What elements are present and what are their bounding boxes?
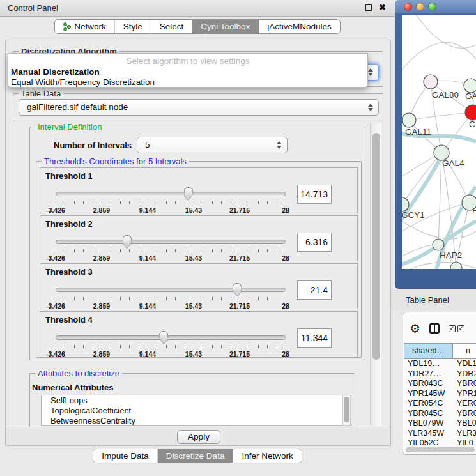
algorithm-option-equal-width-frequency-discretization[interactable]: Equal Width/Frequency Discretization (8, 77, 367, 88)
tab-style[interactable]: Style (115, 20, 151, 33)
cell-name: YPR1 (453, 389, 476, 399)
slider-tick-labels: -3.4262.8599.14415.4321.71528 (56, 350, 286, 358)
tick-label: 21.715 (229, 206, 250, 214)
threshold-value-field[interactable]: 6.316 (297, 233, 332, 252)
threshold-slider[interactable] (56, 187, 286, 201)
slider-track[interactable] (56, 288, 286, 292)
tab-cyni-toolbox[interactable]: Cyni Toolbox (192, 20, 259, 33)
table-row[interactable]: YBL079WYBL0 (404, 418, 476, 429)
slider-track[interactable] (56, 240, 286, 244)
network-node[interactable] (424, 75, 438, 89)
tab-jactivemnodules[interactable]: jActiveMNodules (259, 20, 340, 33)
threshold-slider[interactable] (56, 283, 286, 297)
network-window: GAL80GACGAL11GAL4GCY1HHAP2 (395, 0, 476, 289)
tick-label: 21.715 (229, 302, 250, 310)
cell-shared-name: YDR27… (404, 369, 453, 380)
threshold-row-4: Threshold 4-3.4262.8599.14415.4321.71528… (40, 311, 358, 357)
threshold-value-field[interactable]: 14.713 (297, 185, 332, 204)
threshold-value-field[interactable]: 21.4 (297, 280, 332, 300)
network-node[interactable] (433, 239, 444, 250)
apply-button[interactable]: Apply (177, 430, 220, 444)
network-edge (417, 15, 476, 48)
tab-discretize-data[interactable]: Discretize Data (158, 449, 234, 463)
table-row[interactable]: YDL19…YDL1 (404, 359, 476, 369)
table-row[interactable]: YBR043CYBR0 (404, 379, 476, 389)
table-row[interactable]: YBR045CYBR0 (404, 409, 476, 419)
table-row[interactable]: YLR345WYLR3 (404, 429, 476, 439)
tick-label: 15.43 (185, 302, 202, 310)
checkbox-icon[interactable]: ✓ (457, 325, 464, 332)
network-icon (63, 22, 71, 31)
node-label: GCY1 (402, 210, 425, 220)
slider-tick-labels: -3.4262.8599.14415.4321.71528 (56, 254, 286, 262)
tab-label: Style (123, 22, 142, 31)
attributes-list-scrollbar[interactable] (342, 395, 351, 426)
algorithm-option-manual-discretization[interactable]: Manual Discretization (8, 67, 367, 77)
cell-name: YLR3 (453, 429, 476, 439)
network-node[interactable] (464, 79, 476, 93)
table-row[interactable]: YDR27…YDR2 (404, 369, 476, 380)
slider-handle[interactable] (233, 283, 242, 296)
tab-label: Cyni Toolbox (201, 22, 250, 31)
slider-track[interactable] (56, 192, 286, 196)
tab-label: Network (74, 22, 106, 31)
threshold-slider[interactable] (56, 331, 286, 345)
scrollbar-thumb[interactable] (344, 397, 349, 422)
tick-label: 28 (282, 302, 289, 310)
list-item[interactable]: TopologicalCoefficient (42, 406, 351, 416)
node-table: shared…n YDL19…YDL1YDR27…YDR2YBR043CYBR0… (404, 343, 476, 448)
tab-network[interactable]: Network (55, 20, 115, 33)
tab-infer-network[interactable]: Infer Network (233, 449, 301, 463)
tick-label: 2.859 (93, 254, 110, 262)
mac-zoom-icon[interactable] (428, 3, 436, 11)
list-item[interactable]: SelfLoops (42, 395, 351, 406)
slider-handle[interactable] (183, 187, 193, 200)
table-header-row: shared…n (404, 343, 476, 359)
checkbox-icon[interactable]: ✓ (449, 325, 456, 332)
slider-handle[interactable] (159, 331, 169, 344)
slider-track[interactable] (56, 335, 286, 340)
node-label: GAL4 (442, 158, 464, 168)
tab-label: Discretize Data (166, 451, 225, 461)
table-data-combobox[interactable]: galFiltered.sif default node (19, 99, 379, 116)
mac-minimize-icon[interactable] (416, 3, 424, 11)
screen: Control Panel ✖ NetworkStyleSelectCyni T… (0, 0, 476, 476)
tab-impute-data[interactable]: Impute Data (93, 449, 158, 463)
threshold-slider[interactable] (56, 235, 286, 249)
tick-label: 9.144 (139, 302, 156, 310)
table-row[interactable]: YIL052CYIL0 (404, 438, 476, 448)
algorithm-dropdown-popup: Select algorithm to view settings Manual… (8, 53, 368, 88)
table-row[interactable]: YER054CYER0 (404, 399, 476, 409)
network-edge (409, 112, 473, 120)
table-horizontal-scrollbar[interactable] (405, 447, 476, 453)
interval-definition-title: Interval Definition (35, 122, 104, 132)
cell-shared-name: YER054C (404, 399, 453, 409)
scrollbar-thumb[interactable] (372, 133, 380, 360)
cell-name: YDR2 (453, 369, 476, 380)
numerical-attributes-list[interactable]: SelfLoopsTopologicalCoefficientBetweenne… (41, 395, 351, 426)
threshold-label: Threshold 1 (45, 171, 93, 181)
checkbox-group: ✓ ✓ (449, 325, 464, 332)
mac-close-icon[interactable] (404, 3, 412, 11)
list-item[interactable]: BetweennessCentrality (42, 416, 351, 426)
column-header-shared[interactable]: shared… (404, 344, 453, 358)
close-icon[interactable]: ✖ (379, 3, 386, 12)
table-panel-title: Table Panel (406, 295, 449, 305)
network-node[interactable] (465, 105, 476, 120)
threshold-value-field[interactable]: 11.344 (297, 328, 332, 348)
column-header-n[interactable]: n (453, 344, 476, 358)
cell-shared-name: YIL052C (404, 438, 453, 448)
bottom-tab-row: Impute DataDiscretize DataInfer Network (0, 449, 395, 463)
scrollbar-thumb[interactable] (406, 447, 475, 452)
gear-icon[interactable]: ⚙ (410, 323, 420, 335)
slider-handle[interactable] (122, 235, 132, 248)
network-canvas[interactable]: GAL80GACGAL11GAL4GCY1HHAP2 (402, 15, 476, 269)
float-window-icon[interactable] (365, 4, 372, 11)
number-of-intervals-combobox[interactable]: 5 (137, 137, 288, 153)
panel-vertical-scrollbar[interactable] (370, 123, 381, 426)
network-node[interactable] (402, 113, 416, 127)
column-layout-icon[interactable] (429, 323, 440, 334)
table-row[interactable]: YPR145WYPR1 (404, 389, 476, 399)
tab-select[interactable]: Select (151, 20, 193, 33)
table-data-combo-value: galFiltered.sif default node (27, 102, 128, 112)
